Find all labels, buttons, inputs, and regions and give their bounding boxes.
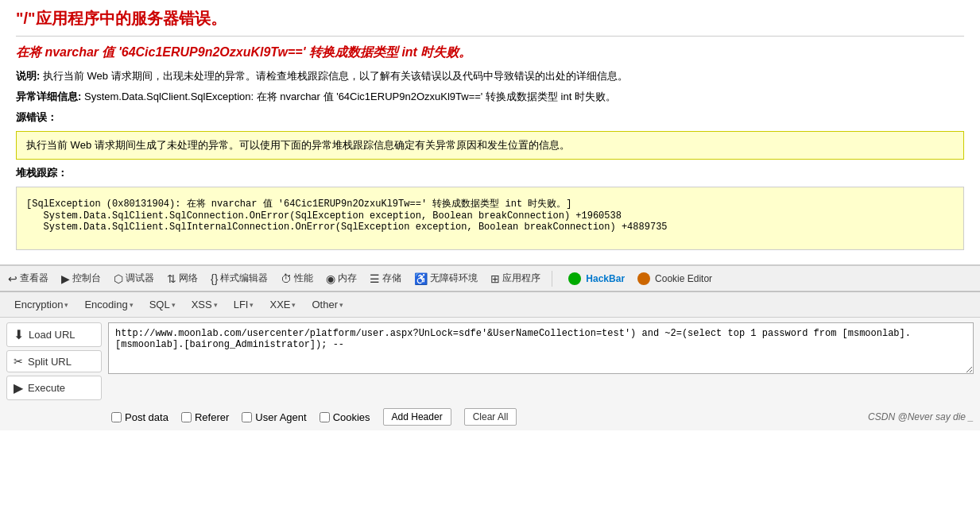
split-url-icon: ✂ [14, 355, 23, 368]
error-description: 说明: 执行当前 Web 请求期间，出现未处理的异常。请检查堆栈跟踪信息，以了解… [16, 69, 964, 83]
xss-arrow: ▾ [214, 301, 218, 309]
lfi-label: LFI [234, 299, 249, 310]
split-url-button[interactable]: ✂ Split URL [6, 350, 102, 372]
memory-icon: ◉ [326, 272, 335, 285]
devtools-memory[interactable]: ◉ 内存 [323, 269, 360, 287]
sql-label: SQL [149, 299, 170, 310]
inspector-label: 查看器 [20, 272, 48, 285]
stack-label: 堆栈跟踪： [16, 166, 964, 180]
encoding-arrow: ▾ [130, 301, 134, 309]
error-title: "/"应用程序中的服务器错误。 [16, 8, 964, 37]
error-subtitle: 在将 nvarchar 值 '64Cic1ERUP9n2OzxuKl9Tw=='… [16, 44, 964, 61]
devtools-toolbar: ↩ 查看器 ▶ 控制台 ⬡ 调试器 ⇅ 网络 {} 样式编辑器 ⏱ 性能 ◉ 内… [0, 265, 980, 291]
menu-other[interactable]: Other ▾ [304, 295, 351, 314]
post-data-checkbox[interactable] [111, 412, 122, 422]
hackbar-tab[interactable]: HackBar [565, 270, 628, 287]
cookie-editor-label: Cookie Editor [655, 273, 712, 284]
xxe-arrow: ▾ [292, 301, 296, 309]
debugger-icon: ⬡ [114, 272, 123, 285]
devtools-style-editor[interactable]: {} 样式编辑器 [207, 269, 271, 287]
menu-xxe[interactable]: XXE ▾ [261, 295, 304, 314]
other-arrow: ▾ [339, 301, 343, 309]
accessibility-icon: ♿ [414, 272, 428, 285]
encryption-arrow: ▾ [64, 301, 68, 309]
exception-text: System.Data.SqlClient.SqlException: 在将 n… [84, 91, 616, 102]
xxe-label: XXE [269, 299, 290, 310]
user-agent-checkbox[interactable] [242, 412, 252, 422]
execute-icon: ▶ [14, 380, 23, 395]
referer-checkbox[interactable] [181, 412, 192, 422]
devtools-debugger[interactable]: ⬡ 调试器 [110, 269, 157, 287]
network-label: 网络 [179, 272, 198, 285]
execute-label: Execute [28, 382, 65, 394]
add-header-label: Add Header [392, 411, 443, 422]
error-page: "/"应用程序中的服务器错误。 在将 nvarchar 值 '64Cic1ERU… [0, 0, 980, 265]
devtools-console[interactable]: ▶ 控制台 [58, 269, 104, 287]
lfi-arrow: ▾ [250, 301, 254, 309]
source-label-text: 源错误： [16, 111, 57, 123]
user-agent-label: User Agent [255, 411, 306, 423]
menu-xss[interactable]: XSS ▾ [184, 295, 226, 314]
load-url-label: Load URL [29, 329, 76, 341]
devtools-application[interactable]: ⊞ 应用程序 [487, 269, 544, 287]
application-icon: ⊞ [490, 272, 500, 285]
menu-encoding[interactable]: Encoding ▾ [76, 295, 141, 314]
hackbar-label-text: HackBar [586, 273, 625, 284]
encoding-label: Encoding [84, 299, 127, 310]
load-url-button[interactable]: ⬇ Load URL [6, 322, 102, 347]
debugger-label: 调试器 [126, 272, 154, 285]
clear-all-label: Clear All [473, 411, 509, 422]
post-data-group: Post data [111, 411, 168, 423]
source-label: 源错误： [16, 110, 964, 125]
credit-label: CSDN @Never say die _ [868, 411, 974, 422]
hackbar-icon [568, 272, 581, 285]
encryption-label: Encryption [14, 299, 63, 310]
memory-label: 内存 [338, 272, 357, 285]
post-data-label: Post data [125, 411, 168, 423]
menu-sql[interactable]: SQL ▾ [141, 295, 184, 314]
other-label: Other [312, 299, 338, 310]
devtools-network[interactable]: ⇅ 网络 [164, 269, 201, 287]
hackbar-body: ⬇ Load URL ✂ Split URL ▶ Execute http://… [0, 318, 980, 405]
exception-label: 异常详细信息: [16, 91, 81, 102]
clear-all-button[interactable]: Clear All [464, 408, 517, 426]
hackbar-menubar: Encryption ▾ Encoding ▾ SQL ▾ XSS ▾ LFI … [0, 292, 980, 318]
inspector-icon: ↩ [8, 272, 17, 285]
stack-code: [SqlException (0x80131904): 在将 nvarchar … [16, 187, 964, 250]
execute-button[interactable]: ▶ Execute [6, 376, 102, 400]
performance-icon: ⏱ [281, 272, 292, 285]
user-agent-group: User Agent [242, 411, 306, 423]
credit-text: CSDN @Never say die _ [868, 411, 974, 422]
hackbar-panel: Encryption ▾ Encoding ▾ SQL ▾ XSS ▾ LFI … [0, 291, 980, 430]
console-label: 控制台 [72, 272, 101, 285]
load-url-icon: ⬇ [14, 327, 24, 342]
devtools-inspector[interactable]: ↩ 查看器 [5, 269, 52, 287]
accessibility-label: 无障碍环境 [430, 272, 478, 285]
add-header-button[interactable]: Add Header [383, 408, 451, 426]
stack-section: 堆栈跟踪： [SqlException (0x80131904): 在将 nva… [16, 166, 964, 250]
error-exception: 异常详细信息: System.Data.SqlClient.SqlExcepti… [16, 90, 964, 104]
menu-lfi[interactable]: LFI ▾ [226, 295, 262, 314]
cookies-group: Cookies [320, 411, 370, 423]
hackbar-left-buttons: ⬇ Load URL ✂ Split URL ▶ Execute [6, 322, 102, 400]
xss-label: XSS [192, 299, 212, 310]
cookies-checkbox[interactable] [320, 412, 330, 422]
referer-group: Referer [181, 411, 229, 423]
error-highlight: 执行当前 Web 请求期间生成了未处理的异常。可以使用下面的异常堆栈跟踪信息确定… [16, 131, 964, 160]
referer-label: Referer [195, 411, 229, 423]
split-url-label: Split URL [28, 356, 72, 368]
style-editor-icon: {} [211, 272, 218, 285]
toolbar-separator [552, 271, 552, 287]
devtools-storage[interactable]: ☰ 存储 [366, 269, 405, 287]
hackbar-url-area: http://www.moonlab.com/usercenter/platfo… [108, 322, 974, 376]
storage-icon: ☰ [370, 272, 380, 285]
url-input[interactable]: http://www.moonlab.com/usercenter/platfo… [108, 322, 974, 374]
menu-encryption[interactable]: Encryption ▾ [6, 295, 76, 314]
cookies-label: Cookies [333, 411, 370, 423]
devtools-performance[interactable]: ⏱ 性能 [277, 269, 316, 287]
devtools-accessibility[interactable]: ♿ 无障碍环境 [411, 269, 481, 287]
application-label: 应用程序 [502, 272, 540, 285]
description-label: 说明: [16, 70, 40, 82]
cookie-editor-tab[interactable]: Cookie Editor [634, 270, 715, 287]
console-icon: ▶ [61, 272, 70, 285]
